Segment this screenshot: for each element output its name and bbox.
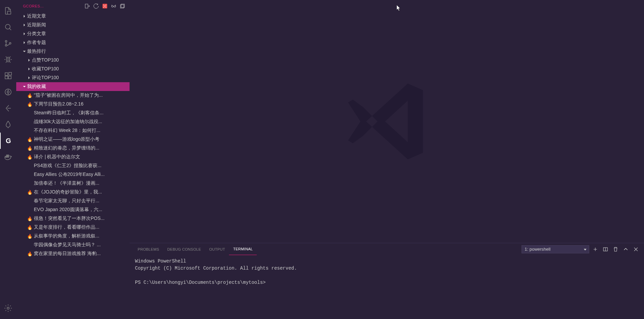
favorite-item[interactable]: 🔥"茄子"被困在房间中，开始了为...: [16, 91, 130, 100]
favorite-item[interactable]: 🔥精致迷幻的眷恋，异梦缠绵的...: [16, 144, 130, 153]
favorite-item[interactable]: 春节宅家太无聊，只好去平行...: [16, 197, 130, 205]
fire-icon: [27, 181, 32, 186]
tab-debug-console[interactable]: DEBUG CONSOLE: [163, 243, 205, 255]
tree-section[interactable]: 分类文章: [16, 29, 130, 38]
favorite-item[interactable]: PS4游戏《仁王2》捏脸比赛获...: [16, 161, 130, 170]
tree-section[interactable]: 收藏TOP100: [16, 65, 130, 73]
tab-problems[interactable]: PROBLEMS: [134, 243, 163, 255]
favorite-label: 从叙事学的角度，解析游戏叙...: [34, 233, 99, 239]
favorite-item[interactable]: 🔥下周节目预告2.08~2.16: [16, 100, 130, 109]
chevron-right-icon: [22, 40, 27, 45]
fire-icon: 🔥: [27, 137, 32, 142]
svg-rect-8: [9, 72, 12, 75]
terminal-body[interactable]: Windows PowerShell Copyright (C) Microso…: [130, 255, 644, 319]
tab-output[interactable]: OUTPUT: [205, 243, 229, 255]
new-terminal-icon[interactable]: [591, 245, 599, 253]
favorite-item[interactable]: 加倍奉还！《半泽直树》漫画...: [16, 179, 130, 188]
svg-rect-6: [5, 76, 8, 79]
terminal-select[interactable]: 1: powershell: [522, 245, 589, 253]
chevron-down-icon: [22, 49, 27, 54]
favorite-item[interactable]: 不存在科幻 Week 28：如何打...: [16, 126, 130, 135]
settings-icon[interactable]: [0, 300, 16, 316]
chevron-down-icon: [22, 84, 27, 89]
split-terminal-icon[interactable]: [601, 245, 610, 253]
chevron-right-icon: [26, 58, 32, 63]
favorite-label: 又是年度排行，看看哪些作品...: [34, 224, 99, 230]
dice-icon[interactable]: [100, 2, 109, 10]
gcores-icon[interactable]: G: [0, 133, 16, 149]
favorite-item[interactable]: 🔥窝在家里的每日游戏推荐 海豹...: [16, 249, 130, 258]
maximize-panel-icon[interactable]: [622, 245, 630, 253]
fire-icon: 🔥: [27, 216, 32, 221]
gitlens-icon[interactable]: [0, 84, 16, 100]
favorite-label: "茄子"被困在房间中，开始了为...: [34, 92, 103, 98]
main-area: PROBLEMS DEBUG CONSOLE OUTPUT TERMINAL 1…: [130, 0, 644, 319]
fire-icon: [27, 242, 32, 248]
tree-section[interactable]: 近期文章: [16, 12, 130, 21]
svg-point-0: [5, 24, 10, 29]
svg-rect-14: [8, 156, 9, 157]
fire-icon: [27, 128, 32, 133]
tree-section[interactable]: 作者专题: [16, 38, 130, 47]
leetcode-icon[interactable]: [0, 100, 16, 116]
tree-section[interactable]: 评论TOP100: [16, 73, 130, 82]
favorite-label: 加倍奉还！《半泽直树》漫画...: [34, 180, 99, 186]
favorite-label: 战锤30k大远征的加迪纳尔战役...: [34, 119, 102, 125]
chevron-right-icon: [26, 75, 32, 81]
tree-section-favorites[interactable]: 我的收藏: [16, 82, 130, 91]
svg-point-2: [5, 45, 7, 46]
chevron-right-icon: [22, 22, 27, 28]
extensions-icon[interactable]: [0, 68, 16, 84]
favorite-item[interactable]: 🔥从叙事学的角度，解析游戏叙...: [16, 232, 130, 241]
restore-icon[interactable]: [118, 2, 127, 10]
sidebar-tree: 近期文章 近期新闻 分类文章 作者专题 最热排行 点赞TOP100: [16, 12, 130, 319]
explorer-icon[interactable]: [0, 3, 16, 19]
svg-rect-12: [5, 156, 6, 157]
favorite-item[interactable]: 🔥很急！突然看见了一本胖次POS...: [16, 214, 130, 223]
svg-point-10: [7, 91, 9, 93]
favorite-item[interactable]: 🔥又是年度排行，看看哪些作品...: [16, 223, 130, 232]
favorite-label: 下周节目预告2.08~2.16: [34, 101, 84, 107]
favorite-item[interactable]: Easy Allies 公布2019年Easy Alli...: [16, 170, 130, 179]
svg-text:G: G: [6, 137, 11, 144]
editor-area: [130, 0, 644, 243]
favorite-label: 神明之证——游戏logo原型小考: [34, 136, 99, 142]
fire-icon: 🔥: [27, 93, 32, 98]
panel-tabs: PROBLEMS DEBUG CONSOLE OUTPUT TERMINAL 1…: [130, 243, 644, 255]
svg-point-20: [104, 4, 104, 5]
favorite-item[interactable]: 战锤30k大远征的加迪纳尔战役...: [16, 117, 130, 126]
favorite-item[interactable]: 🔥在《JOJO的奇妙冒险》里，我...: [16, 188, 130, 197]
favorite-item[interactable]: 🔥译介 | 机器中的达尔文: [16, 153, 130, 161]
tree-icon[interactable]: [0, 116, 16, 133]
favorite-label: 春节宅家太无聊，只好去平行...: [34, 198, 99, 204]
debug-icon[interactable]: [0, 51, 16, 68]
svg-rect-18: [85, 4, 88, 8]
favorite-item[interactable]: EVO Japan 2020圆满落幕，六...: [16, 205, 130, 214]
fire-icon: [27, 198, 32, 204]
svg-point-21: [106, 4, 106, 5]
search-icon[interactable]: [0, 19, 16, 35]
docker-icon[interactable]: [0, 149, 16, 165]
bottom-panel: PROBLEMS DEBUG CONSOLE OUTPUT TERMINAL 1…: [130, 243, 644, 319]
svg-point-17: [7, 307, 9, 309]
chevron-right-icon: [26, 66, 32, 72]
favorite-label: 不存在科幻 Week 28：如何打...: [34, 128, 100, 134]
refresh-icon[interactable]: [92, 2, 100, 10]
favorite-item[interactable]: 🔥神明之证——游戏logo原型小考: [16, 135, 130, 144]
source-control-icon[interactable]: [0, 35, 16, 51]
tab-terminal[interactable]: TERMINAL: [229, 243, 257, 255]
favorite-item[interactable]: 学园偶像会梦见天马骑士吗？ ...: [16, 241, 130, 249]
favorite-label: 学园偶像会梦见天马骑士吗？ ...: [34, 242, 101, 248]
svg-point-23: [104, 6, 104, 7]
vscode-logo: [340, 74, 434, 169]
favorite-item[interactable]: Steam昨日临时工，《刺客信条...: [16, 109, 130, 117]
logout-icon[interactable]: [83, 2, 92, 10]
fire-icon: [27, 163, 32, 168]
kill-terminal-icon[interactable]: [612, 245, 620, 253]
tree-section[interactable]: 最热排行: [16, 47, 130, 56]
close-panel-icon[interactable]: [632, 245, 640, 253]
activity-bar: G: [0, 0, 16, 319]
tree-section[interactable]: 近期新闻: [16, 21, 130, 29]
glasses-icon[interactable]: [109, 2, 118, 10]
tree-section[interactable]: 点赞TOP100: [16, 56, 130, 65]
